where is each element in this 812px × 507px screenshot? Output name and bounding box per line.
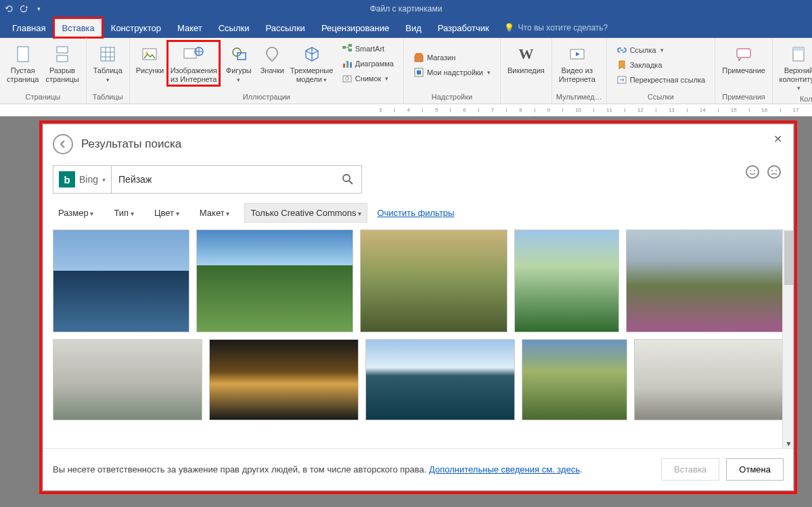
filter-cc[interactable]: Только Creative Commons bbox=[244, 203, 367, 223]
icons-button[interactable]: Значки bbox=[257, 41, 287, 78]
feedback-sad-icon[interactable] bbox=[767, 165, 781, 179]
qat-dropdown-icon[interactable]: ▾ bbox=[34, 4, 43, 14]
result-thumbnail[interactable] bbox=[522, 339, 627, 420]
smartart-button[interactable]: SmartArt bbox=[339, 42, 397, 56]
results-scrollbar[interactable]: ▲ ▼ bbox=[782, 229, 793, 448]
tab-view[interactable]: Вид bbox=[397, 18, 430, 38]
tab-insert[interactable]: Вставка bbox=[53, 18, 102, 38]
search-results: ▲ ▼ bbox=[43, 229, 793, 448]
comment-button[interactable]: Примечание bbox=[719, 41, 768, 78]
pictures-button[interactable]: Рисунки bbox=[134, 41, 166, 78]
tab-design[interactable]: Конструктор bbox=[103, 18, 169, 38]
group-comments: Примечание Примечания bbox=[715, 38, 773, 104]
svg-point-29 bbox=[754, 170, 755, 171]
result-thumbnail[interactable] bbox=[634, 339, 784, 420]
lightbulb-icon: 💡 bbox=[504, 23, 514, 32]
svg-rect-12 bbox=[348, 44, 352, 47]
tab-references[interactable]: Ссылки bbox=[210, 18, 258, 38]
disclaimer-text: Вы несете ответственность за уважение пр… bbox=[53, 464, 583, 475]
online-pictures-icon bbox=[183, 43, 204, 65]
dialog-title: Результаты поиска bbox=[81, 137, 181, 151]
group-illustrations-label: Иллюстрации bbox=[134, 93, 399, 102]
filter-type[interactable]: Тип bbox=[108, 204, 139, 222]
shapes-icon bbox=[228, 43, 250, 65]
svg-rect-3 bbox=[57, 56, 68, 62]
bookmark-button[interactable]: Закладка bbox=[614, 58, 708, 72]
search-provider-bing[interactable]: b Bing ▾ bbox=[53, 165, 112, 194]
search-input[interactable] bbox=[112, 174, 334, 185]
store-button[interactable]: Магазин bbox=[411, 51, 493, 64]
comment-icon bbox=[733, 43, 754, 65]
back-button[interactable] bbox=[53, 134, 73, 154]
undo-icon[interactable] bbox=[4, 4, 14, 14]
table-button[interactable]: Таблица bbox=[91, 41, 125, 86]
result-thumbnail[interactable] bbox=[209, 339, 359, 420]
online-video-button[interactable]: Видео из Интернета bbox=[556, 41, 598, 86]
tell-me-search[interactable]: 💡 Что вы хотите сделать? bbox=[504, 18, 608, 38]
shapes-button[interactable]: Фигуры bbox=[221, 41, 256, 86]
cube-icon bbox=[301, 43, 323, 65]
insert-button: Вставка bbox=[661, 458, 719, 481]
group-media: Видео из Интернета Мультимед… bbox=[552, 38, 607, 104]
filter-color[interactable]: Цвет bbox=[149, 204, 185, 222]
svg-rect-25 bbox=[793, 47, 804, 51]
feedback-happy-icon[interactable] bbox=[746, 165, 759, 179]
repeat-icon[interactable] bbox=[19, 4, 28, 14]
wikipedia-button[interactable]: W Википедия bbox=[505, 41, 547, 78]
pictures-icon bbox=[139, 43, 160, 65]
result-thumbnail[interactable] bbox=[360, 229, 507, 332]
close-button[interactable]: ✕ bbox=[771, 130, 785, 148]
ribbon: Пустая страница Разрыв страницы Страницы… bbox=[0, 38, 812, 104]
tab-home[interactable]: Главная bbox=[4, 18, 53, 38]
result-thumbnail[interactable] bbox=[196, 229, 354, 332]
crossref-button[interactable]: Перекрестная ссылка bbox=[614, 73, 708, 87]
page-break-icon bbox=[51, 43, 73, 65]
result-thumbnail[interactable] bbox=[365, 339, 515, 420]
result-thumbnail[interactable] bbox=[53, 229, 189, 332]
svg-rect-20 bbox=[417, 70, 421, 74]
wikipedia-icon: W bbox=[515, 43, 537, 65]
svg-rect-14 bbox=[343, 64, 345, 68]
online-pictures-button[interactable]: Изображения из Интернета bbox=[167, 41, 220, 86]
smartart-icon bbox=[342, 43, 353, 54]
group-pages-label: Страницы bbox=[4, 93, 82, 102]
chart-icon bbox=[342, 58, 353, 69]
group-addins: Магазин Мои надстройки▾ Надстройки bbox=[404, 38, 501, 104]
svg-point-28 bbox=[750, 170, 751, 171]
tab-mailings[interactable]: Рассылки bbox=[258, 18, 313, 38]
title-bar: ▾ Файл с картинками bbox=[0, 0, 812, 18]
disclaimer-link[interactable]: Дополнительные сведения см. здесь bbox=[429, 464, 580, 475]
group-links-label: Ссылки bbox=[611, 93, 711, 102]
tab-layout[interactable]: Макет bbox=[169, 18, 210, 38]
3d-models-button[interactable]: Трехмерные модели bbox=[288, 41, 334, 86]
header-icon bbox=[788, 43, 809, 65]
screenshot-button[interactable]: Снимок▾ bbox=[339, 72, 397, 85]
group-tables-label: Таблицы bbox=[91, 93, 125, 102]
tab-review[interactable]: Рецензирование bbox=[313, 18, 397, 38]
search-button[interactable] bbox=[334, 166, 361, 193]
cancel-button[interactable]: Отмена bbox=[726, 458, 784, 481]
link-button[interactable]: Ссылка▾ bbox=[614, 43, 708, 57]
tab-developer[interactable]: Разработчик bbox=[430, 18, 497, 38]
page-break-button[interactable]: Разрыв страницы bbox=[43, 41, 81, 86]
result-thumbnail[interactable] bbox=[514, 229, 620, 332]
tell-me-label: Что вы хотите сделать? bbox=[518, 23, 608, 32]
svg-rect-7 bbox=[184, 49, 196, 58]
scrollbar-thumb[interactable] bbox=[784, 231, 793, 285]
result-thumbnail[interactable] bbox=[53, 339, 202, 420]
my-addins-button[interactable]: Мои надстройки▾ bbox=[411, 66, 493, 79]
scroll-down-icon[interactable]: ▼ bbox=[783, 437, 793, 448]
svg-point-0 bbox=[21, 6, 27, 12]
clear-filters-link[interactable]: Очистить фильтры bbox=[377, 208, 454, 218]
result-thumbnail[interactable] bbox=[626, 229, 784, 332]
svg-point-30 bbox=[771, 170, 773, 171]
filter-size[interactable]: Размер bbox=[53, 204, 99, 222]
header-button[interactable]: Верхний колонтитул bbox=[777, 41, 812, 95]
icons-icon bbox=[261, 43, 283, 65]
chart-button[interactable]: Диаграмма bbox=[339, 57, 397, 70]
svg-rect-1 bbox=[18, 47, 28, 62]
group-wikipedia: W Википедия bbox=[501, 38, 552, 104]
filter-layout[interactable]: Макет bbox=[194, 204, 235, 222]
blank-page-button[interactable]: Пустая страница bbox=[4, 41, 41, 86]
group-media-label: Мультимед… bbox=[556, 93, 602, 102]
